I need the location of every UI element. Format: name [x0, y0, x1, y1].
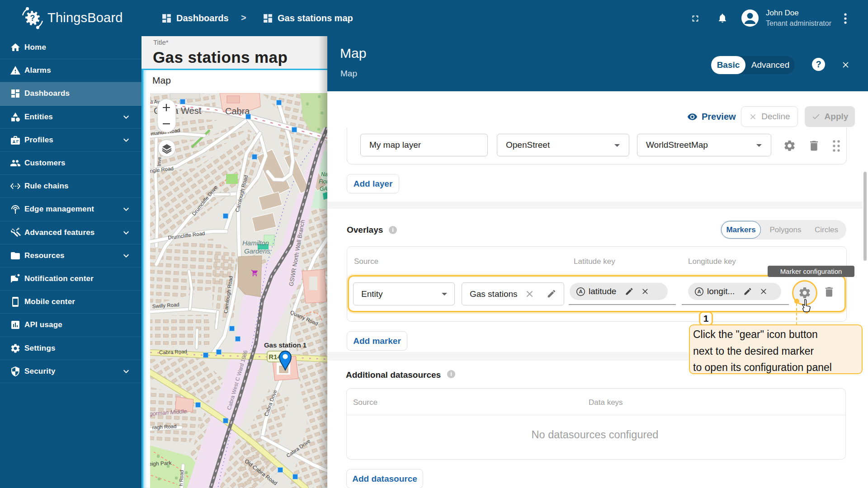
svg-text:h Road: h Road	[178, 470, 184, 486]
svg-text:Inve: Inve	[156, 157, 162, 166]
svg-text:Hamilton: Hamilton	[242, 239, 269, 247]
svg-text:A: A	[697, 289, 701, 294]
svg-text:Gas station 1: Gas station 1	[264, 341, 307, 349]
svg-text:Cabra Road: Cabra Road	[159, 349, 187, 355]
svg-text:?: ?	[30, 14, 35, 23]
svg-text:eigh Park: eigh Park	[150, 460, 172, 467]
svg-text:A: A	[579, 289, 582, 294]
svg-text:n Av: n Av	[151, 99, 159, 104]
svg-text:Gardens: Gardens	[244, 247, 270, 255]
